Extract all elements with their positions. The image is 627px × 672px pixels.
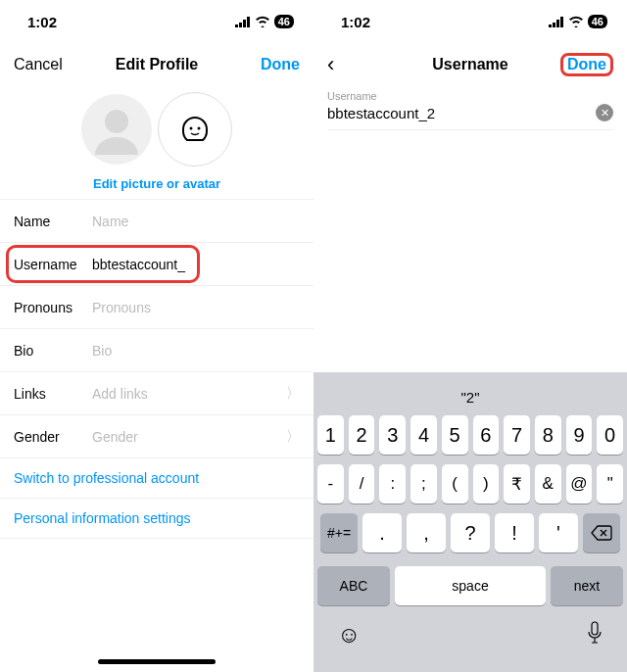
bio-placeholder: Bio	[92, 343, 300, 359]
keyboard-row-2: -/:;()₹&@"	[317, 464, 623, 504]
wifi-icon	[568, 16, 584, 27]
nav-title: Edit Profile	[116, 56, 198, 73]
username-label: Username	[14, 257, 92, 272]
avatar-placeholder-icon	[83, 96, 150, 163]
bio-label: Bio	[14, 343, 92, 359]
mic-button[interactable]	[586, 621, 603, 648]
done-button[interactable]: Done	[560, 53, 613, 76]
username-input[interactable]	[327, 105, 596, 121]
name-placeholder: Name	[92, 214, 300, 229]
username-field-label: Username	[327, 90, 613, 102]
links-placeholder: Add links	[92, 386, 286, 402]
home-indicator[interactable]	[98, 659, 216, 664]
svg-rect-8	[549, 24, 552, 27]
key-5[interactable]: 5	[442, 415, 468, 455]
svg-point-5	[105, 110, 128, 133]
chevron-right-icon: 〉	[286, 385, 300, 403]
pronouns-row[interactable]: Pronouns Pronouns	[0, 286, 314, 329]
links-row[interactable]: Links Add links 〉	[0, 372, 314, 415]
key-&[interactable]: &	[535, 464, 561, 504]
keyboard-row-3: #+=.,?!'	[317, 513, 623, 552]
personal-info-link[interactable]: Personal information settings	[0, 499, 314, 539]
nav-bar: ‹ Username Done	[314, 43, 627, 86]
key-'[interactable]: '	[539, 513, 578, 552]
svg-rect-0	[235, 24, 238, 27]
emoji-button[interactable]: ☺	[337, 621, 362, 648]
key-9[interactable]: 9	[566, 415, 593, 455]
svg-rect-10	[556, 20, 559, 27]
status-time: 1:02	[27, 14, 57, 30]
key-7[interactable]: 7	[504, 415, 530, 455]
pronouns-label: Pronouns	[14, 300, 92, 315]
key--[interactable]: -	[317, 464, 344, 504]
key-₹[interactable]: ₹	[504, 464, 530, 504]
next-key[interactable]: next	[551, 566, 623, 605]
close-icon: ✕	[601, 107, 609, 120]
nav-bar: Cancel Edit Profile Done	[0, 43, 314, 86]
key-:[interactable]: :	[379, 464, 406, 504]
key-;[interactable]: ;	[410, 464, 437, 504]
battery-icon: 46	[274, 15, 294, 28]
edit-picture-link[interactable]: Edit picture or avatar	[93, 176, 220, 191]
status-icons: 46	[235, 15, 294, 28]
gender-placeholder: Gender	[92, 429, 286, 445]
done-button[interactable]: Done	[261, 56, 300, 73]
svg-rect-3	[247, 17, 250, 27]
svg-rect-12	[592, 622, 598, 635]
key-)[interactable]: )	[473, 464, 500, 504]
avatar-section: Edit picture or avatar	[0, 86, 314, 199]
key-/[interactable]: /	[349, 464, 375, 504]
svg-point-6	[190, 127, 193, 130]
avatar-face-icon	[180, 115, 210, 144]
gender-row[interactable]: Gender Gender 〉	[0, 415, 314, 458]
svg-rect-11	[560, 17, 563, 27]
key-3[interactable]: 3	[379, 415, 406, 455]
svg-point-7	[198, 127, 201, 130]
key-([interactable]: (	[442, 464, 468, 504]
bio-row[interactable]: Bio Bio	[0, 329, 314, 372]
key-@[interactable]: @	[566, 464, 593, 504]
links-label: Links	[14, 386, 92, 402]
status-icons: 46	[549, 15, 607, 28]
key-#+=[interactable]: #+=	[320, 513, 358, 552]
gender-label: Gender	[14, 429, 92, 445]
key-8[interactable]: 8	[535, 415, 561, 455]
cancel-button[interactable]: Cancel	[14, 56, 63, 73]
keyboard-row-1: 1234567890	[317, 415, 623, 455]
username-value: bbtestaccount_	[92, 257, 300, 272]
key-?[interactable]: ?	[451, 513, 490, 552]
key-.[interactable]: .	[362, 513, 402, 552]
key-2[interactable]: 2	[349, 415, 375, 455]
backspace-key[interactable]	[583, 513, 620, 552]
keyboard: "2" 1234567890 -/:;()₹&@" #+=.,?!' ABC s…	[314, 372, 627, 672]
username-field: Username ✕	[314, 86, 627, 130]
name-label: Name	[14, 214, 92, 229]
suggestion-bar: "2"	[314, 378, 627, 415]
clear-button[interactable]: ✕	[596, 104, 613, 121]
status-time: 1:02	[341, 14, 370, 30]
space-key[interactable]: space	[395, 566, 546, 605]
abc-key[interactable]: ABC	[317, 566, 390, 605]
back-button[interactable]: ‹	[327, 52, 334, 77]
key-1[interactable]: 1	[317, 415, 344, 455]
mic-icon	[586, 621, 603, 645]
username-edit-screen: 1:02 46 ‹ Username Done Username ✕ "2" 1…	[314, 0, 627, 672]
key-4[interactable]: 4	[410, 415, 437, 455]
svg-rect-1	[239, 23, 242, 27]
name-row[interactable]: Name Name	[0, 200, 314, 243]
status-bar: 1:02 46	[0, 0, 314, 43]
key-"[interactable]: "	[597, 464, 623, 504]
status-bar: 1:02 46	[314, 0, 627, 43]
key-![interactable]: !	[495, 513, 534, 552]
key-0[interactable]: 0	[597, 415, 623, 455]
key-6[interactable]: 6	[473, 415, 500, 455]
key-,[interactable]: ,	[407, 513, 446, 552]
professional-account-link[interactable]: Switch to professional account	[0, 458, 314, 499]
backspace-icon	[591, 525, 612, 541]
svg-rect-9	[553, 23, 555, 27]
cell-signal-icon	[549, 17, 564, 27]
username-row[interactable]: Username bbtestaccount_	[0, 243, 314, 286]
suggestion[interactable]: "2"	[461, 389, 480, 406]
profile-picture[interactable]	[81, 94, 152, 165]
avatar-button[interactable]	[158, 92, 232, 167]
